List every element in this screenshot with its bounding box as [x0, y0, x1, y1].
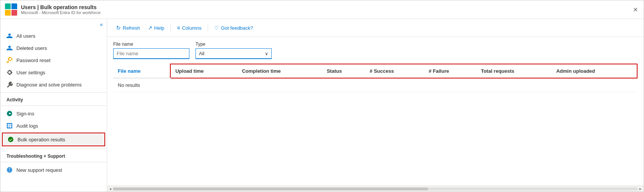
- sidebar-item-deleted-users[interactable]: Deleted users: [0, 42, 107, 54]
- type-filter-group: Type All ∨: [195, 42, 272, 59]
- divider-1: [0, 106, 107, 106]
- sidebar-item-new-support-request[interactable]: New support request: [0, 164, 107, 176]
- sidebar-item-label: Password reset: [16, 58, 51, 63]
- col-header-upload-time[interactable]: Upload time: [170, 64, 237, 78]
- sidebar-item-diagnose[interactable]: Diagnose and solve problems: [0, 78, 107, 91]
- scroll-track[interactable]: [113, 187, 638, 190]
- app-window: Users | Bulk operation results Microsoft…: [0, 0, 644, 192]
- col-header-success[interactable]: # Success: [365, 64, 424, 78]
- gear-icon: [6, 69, 13, 75]
- title-text: Users | Bulk operation results Microsoft…: [21, 4, 101, 15]
- feedback-button[interactable]: ♡ Got feedback?: [211, 23, 256, 33]
- bulk-icon: [8, 136, 14, 142]
- sidebar-item-label: Diagnose and solve problems: [16, 82, 82, 88]
- columns-icon: ≡: [177, 25, 180, 31]
- sidebar-item-label: Sign-ins: [16, 111, 34, 117]
- scroll-right-arrow[interactable]: ▸: [638, 187, 643, 191]
- wrench-icon: [6, 82, 13, 88]
- title-bar: Users | Bulk operation results Microsoft…: [0, 0, 644, 19]
- filename-filter-input[interactable]: [113, 48, 189, 59]
- support-icon: [6, 167, 13, 173]
- sidebar-item-all-users[interactable]: All users: [0, 30, 107, 42]
- activity-section-label: Activity: [0, 92, 107, 104]
- title-bar-left: Users | Bulk operation results Microsoft…: [5, 3, 101, 16]
- col-header-file-name[interactable]: File name: [113, 64, 170, 78]
- collapse-icon[interactable]: «: [100, 21, 103, 27]
- person-delete-icon: [6, 45, 13, 51]
- sidebar-item-bulk-operation-results[interactable]: Bulk operation results: [3, 133, 104, 146]
- table-header-row: File name Upload time Completion time St…: [113, 64, 637, 78]
- main-layout: « All users Deleted users: [0, 19, 644, 192]
- toolbar: ↻ Refresh ↗ Help ≡ Columns ♡ Got feedbac…: [107, 19, 644, 37]
- filename-filter-label: File name: [113, 42, 189, 47]
- page-title: Users | Bulk operation results: [21, 4, 101, 10]
- columns-button[interactable]: ≡ Columns: [174, 23, 204, 33]
- refresh-icon: ↻: [116, 25, 121, 31]
- scroll-thumb[interactable]: [113, 187, 428, 190]
- feedback-label: Got feedback?: [221, 25, 253, 31]
- horizontal-scrollbar[interactable]: ◂ ▸: [107, 186, 644, 192]
- sidebar-item-label: New support request: [16, 167, 62, 173]
- table-container: File name Upload time Completion time St…: [107, 64, 644, 186]
- sidebar-item-sign-ins[interactable]: Sign-ins: [0, 107, 107, 120]
- troubleshooting-section-label: Troubleshooting + Support: [0, 149, 107, 160]
- log-icon: [6, 123, 13, 129]
- close-button[interactable]: ✕: [631, 6, 639, 13]
- page-subtitle: Microsoft - Microsoft Entra ID for workf…: [21, 10, 101, 15]
- help-label: Help: [154, 25, 165, 31]
- divider-toolbar-2: [208, 24, 208, 32]
- sidebar-item-user-settings[interactable]: User settings: [0, 66, 107, 78]
- sidebar-collapse[interactable]: «: [0, 19, 107, 30]
- col-header-status[interactable]: Status: [322, 64, 365, 78]
- signin-icon: [6, 110, 13, 117]
- data-table: File name Upload time Completion time St…: [113, 64, 638, 92]
- refresh-button[interactable]: ↻ Refresh: [113, 23, 143, 33]
- help-button[interactable]: ↗ Help: [145, 23, 168, 33]
- sidebar-item-password-reset[interactable]: Password reset: [0, 54, 107, 66]
- no-results-row: No results: [113, 78, 637, 92]
- sidebar-item-label: Audit logs: [16, 123, 38, 129]
- sidebar-item-label: All users: [16, 33, 35, 39]
- person-icon: [6, 33, 13, 39]
- col-header-total-requests[interactable]: Total requests: [476, 64, 552, 78]
- key-icon: [6, 57, 13, 63]
- divider-toolbar-1: [170, 24, 171, 32]
- sidebar-item-label: Bulk operation results: [18, 137, 65, 142]
- type-filter-select[interactable]: All ∨: [195, 48, 272, 59]
- type-filter-label: Type: [195, 42, 272, 47]
- type-filter-value: All: [199, 51, 204, 56]
- app-logo: [5, 3, 17, 16]
- sidebar-item-label: Deleted users: [16, 45, 47, 51]
- sidebar-item-bulk-operation-results-wrapper: Bulk operation results: [2, 133, 105, 146]
- help-icon: ↗: [148, 25, 152, 31]
- chevron-down-icon: ∨: [265, 51, 268, 56]
- content-area: ↻ Refresh ↗ Help ≡ Columns ♡ Got feedbac…: [107, 19, 644, 192]
- sidebar-item-label: User settings: [16, 70, 45, 75]
- sidebar: « All users Deleted users: [0, 19, 107, 192]
- filename-filter-group: File name: [113, 42, 189, 59]
- col-header-admin-uploaded[interactable]: Admin uploaded: [552, 64, 637, 78]
- col-header-failure[interactable]: # Failure: [424, 64, 476, 78]
- col-header-completion-time[interactable]: Completion time: [237, 64, 322, 78]
- no-results-cell: No results: [113, 78, 170, 92]
- scroll-left-arrow[interactable]: ◂: [108, 187, 113, 191]
- refresh-label: Refresh: [123, 25, 140, 31]
- sidebar-item-audit-logs[interactable]: Audit logs: [0, 120, 107, 132]
- heart-icon: ♡: [214, 25, 219, 31]
- divider-2: [0, 162, 107, 162]
- filters-row: File name Type All ∨: [107, 37, 644, 64]
- columns-label: Columns: [182, 25, 201, 31]
